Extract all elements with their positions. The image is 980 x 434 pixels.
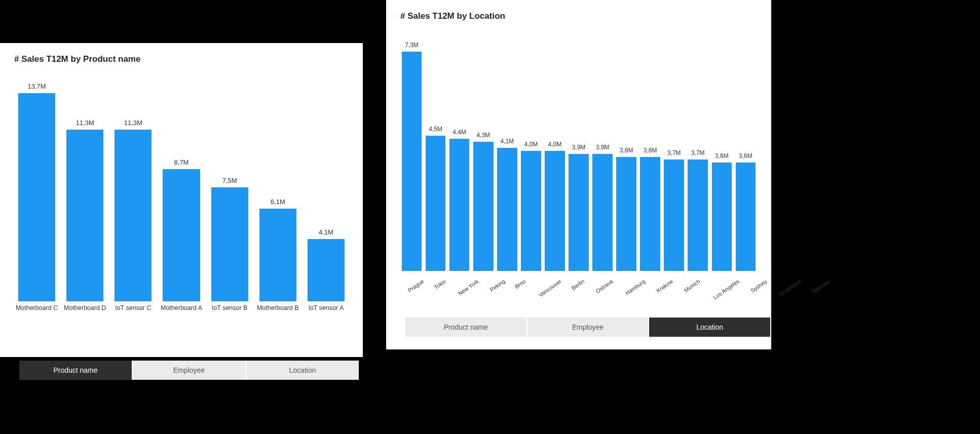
bar-slot: 3,6M <box>734 152 757 271</box>
bar-slot: 4,4M <box>448 129 471 271</box>
bar-value-label: 3,9M <box>572 144 586 151</box>
chart-panel-location: # Sales T12M by Location 7,3M4,5M4,4M4,3… <box>386 0 771 349</box>
bar[interactable] <box>308 239 345 301</box>
tab-location[interactable]: Location <box>246 361 359 380</box>
bar-value-label: 3,9M <box>596 144 610 151</box>
bar-value-label: 11,3M <box>124 119 142 127</box>
bar-slot: 7,3M <box>400 42 423 271</box>
x-axis-label: Warsaw <box>809 271 855 320</box>
bar[interactable] <box>473 142 494 271</box>
bar-slot: 3,8M <box>615 147 638 271</box>
bar[interactable] <box>163 169 200 301</box>
bar-slot: 3,9M <box>567 144 590 271</box>
bar[interactable] <box>688 160 708 271</box>
bar-value-label: 6,1M <box>271 198 285 206</box>
bar[interactable] <box>616 157 636 271</box>
bar[interactable] <box>592 154 613 271</box>
bar-slot: 4,5M <box>424 126 447 271</box>
x-axis-label: Motherboard C <box>14 301 59 332</box>
bar-slot: 3,7M <box>663 149 686 271</box>
bar-slot: 6,1M <box>255 198 300 301</box>
bar[interactable] <box>712 163 732 271</box>
x-axis-label: IoT sensor A <box>304 301 349 332</box>
bar[interactable] <box>545 151 565 271</box>
bar-value-label: 3,8M <box>644 147 657 154</box>
bar-value-label: 13,7M <box>28 83 46 90</box>
bar-value-label: 7,3M <box>405 42 419 49</box>
x-axis-label: IoT sensor C <box>110 301 156 332</box>
bar-slot: 11,3M <box>62 119 107 301</box>
bar-value-label: 8,7M <box>174 159 189 166</box>
chart-title-location: # Sales T12M by Location <box>400 11 757 21</box>
bar-slot: 4,1M <box>304 228 349 301</box>
bar-value-label: 3,7M <box>691 149 705 156</box>
bar[interactable] <box>402 52 422 271</box>
bar-slot: 11,3M <box>110 119 156 301</box>
bar[interactable] <box>497 148 517 271</box>
bar-slot: 4,3M <box>472 132 495 271</box>
bar-value-label: 3,6M <box>739 152 752 160</box>
bar[interactable] <box>449 139 470 271</box>
bar[interactable] <box>569 154 589 271</box>
chart-panel-product: # Sales T12M by Product name 13,7M11,3M1… <box>0 43 363 357</box>
tab-location[interactable]: Location <box>649 318 770 337</box>
bar-value-label: 4,3M <box>476 132 490 139</box>
bar[interactable] <box>521 151 541 271</box>
bar-slot: 7,5M <box>207 177 252 301</box>
bar-value-label: 7,5M <box>222 177 237 184</box>
bar-value-label: 4,0M <box>548 141 562 148</box>
bar-slot: 4,0M <box>543 141 566 271</box>
bar[interactable] <box>259 209 296 301</box>
x-axis-label: IoT sensor B <box>207 301 252 332</box>
tab-product-name[interactable]: Product name <box>19 361 133 380</box>
x-axis-label: Motherboard D <box>62 301 107 332</box>
bar-value-label: 3,8M <box>620 147 633 154</box>
bar-slot: 3,9M <box>591 144 614 271</box>
tab-employee[interactable]: Employee <box>527 318 650 337</box>
bar-slot: 13,7M <box>14 83 59 301</box>
bar[interactable] <box>211 187 248 301</box>
bar-value-label: 4,4M <box>453 129 466 136</box>
x-axis-label: Motherboard A <box>159 301 204 332</box>
bar-slot: 3,7M <box>687 149 709 271</box>
bar-value-label: 4,1M <box>500 138 514 145</box>
bar-value-label: 4,5M <box>429 126 442 133</box>
bar[interactable] <box>640 157 660 271</box>
chart-plot-product: 13,7M11,3M11,3M8,7M7,5M6,1M4,1M Motherbo… <box>14 73 349 332</box>
bar[interactable] <box>736 163 756 271</box>
bar-value-label: 4,0M <box>524 141 538 148</box>
chart-plot-location: 7,3M4,5M4,4M4,3M4,1M4,0M4,0M3,9M3,9M3,8M… <box>400 30 757 311</box>
bar-value-label: 4,1M <box>319 228 333 236</box>
bar-value-label: 3,7M <box>667 149 681 156</box>
tab-bar-left: Product name Employee Location <box>19 361 359 380</box>
chart-title-product: # Sales T12M by Product name <box>14 54 349 64</box>
bar[interactable] <box>664 160 684 271</box>
bar-slot: 3,6M <box>710 152 733 271</box>
bar[interactable] <box>115 130 152 301</box>
bar[interactable] <box>18 93 55 301</box>
bar-value-label: 11,3M <box>76 119 94 127</box>
tab-bar-right: Product name Employee Location <box>405 318 770 337</box>
tab-product-name[interactable]: Product name <box>405 318 527 337</box>
x-axis-label: Motherboard B <box>255 301 300 332</box>
bar[interactable] <box>426 136 446 271</box>
tab-employee[interactable]: Employee <box>133 361 246 380</box>
bar-slot: 4,1M <box>496 138 518 271</box>
bar[interactable] <box>66 130 103 301</box>
bar-slot: 3,8M <box>639 147 662 271</box>
bar-slot: 4,0M <box>519 141 542 271</box>
bar-value-label: 3,6M <box>715 152 729 160</box>
bar-slot: 8,7M <box>159 159 204 301</box>
